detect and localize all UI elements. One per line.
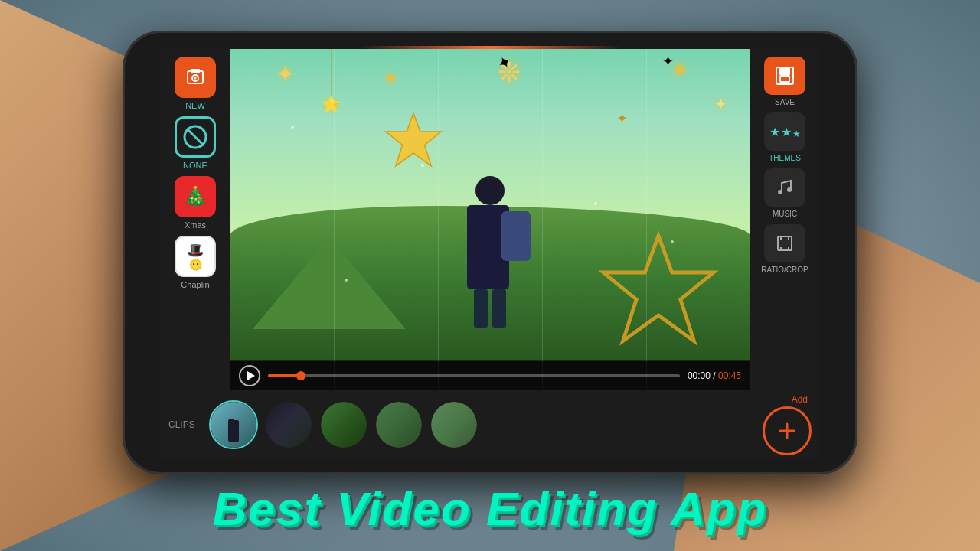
xmas-button[interactable]: 🎄 Xmas bbox=[175, 176, 216, 230]
ratio-crop-button[interactable]: RATIO/CROP bbox=[761, 224, 808, 274]
progress-bar[interactable] bbox=[268, 374, 680, 377]
ratio-icon bbox=[764, 224, 805, 262]
sparkle bbox=[345, 279, 348, 282]
chaplin-icon: 🎩 😶 bbox=[175, 236, 216, 277]
left-sidebar: NEW NONE 🎄 bbox=[161, 49, 230, 390]
phone-screen: NEW NONE 🎄 bbox=[161, 46, 819, 459]
svg-point-11 bbox=[778, 190, 782, 194]
playback-bar: 00:00 / 00:45 bbox=[230, 361, 750, 390]
clip-thumb-2[interactable] bbox=[264, 400, 313, 449]
sparkle bbox=[594, 202, 597, 205]
video-area[interactable]: ✦ ✦ ❊ ✦ ✦ ✦ ✦ 🌟 bbox=[230, 49, 750, 390]
play-icon bbox=[247, 371, 255, 380]
themes-star-3: ★ bbox=[792, 129, 801, 139]
music-icon bbox=[764, 168, 805, 207]
new-label: NEW bbox=[185, 101, 205, 110]
svg-rect-10 bbox=[780, 76, 789, 82]
save-button[interactable]: SAVE bbox=[764, 57, 805, 106]
xmas-label: Xmas bbox=[185, 220, 206, 230]
person-figure bbox=[444, 176, 536, 344]
time-separator: / bbox=[713, 370, 718, 381]
none-button[interactable]: NONE bbox=[175, 116, 216, 170]
none-label: NONE bbox=[183, 161, 207, 170]
chaplin-label: Chaplin bbox=[181, 280, 209, 289]
new-button[interactable]: NEW bbox=[175, 57, 216, 110]
ornament-2: ✦ bbox=[616, 49, 628, 127]
svg-rect-1 bbox=[191, 69, 200, 73]
sparkle bbox=[291, 126, 294, 129]
progress-handle[interactable] bbox=[296, 371, 305, 380]
clip-thumb-3[interactable] bbox=[319, 400, 368, 449]
bottom-tagline: Best Video Editing App bbox=[0, 481, 980, 536]
play-button[interactable] bbox=[239, 365, 260, 386]
none-icon bbox=[175, 116, 216, 158]
svg-marker-6 bbox=[603, 236, 714, 341]
time-display: 00:00 / 00:45 bbox=[688, 370, 741, 381]
phone: NEW NONE 🎄 bbox=[122, 31, 858, 474]
svg-rect-9 bbox=[779, 67, 790, 75]
save-icon bbox=[764, 57, 805, 95]
clips-area: CLIPS Add bbox=[161, 390, 819, 459]
themes-label: THEMES bbox=[769, 154, 801, 162]
clip-thumb-5[interactable] bbox=[430, 400, 479, 449]
new-icon bbox=[175, 57, 216, 98]
save-label: SAVE bbox=[775, 98, 795, 106]
svg-rect-13 bbox=[778, 236, 792, 250]
phone-power-button bbox=[856, 138, 858, 199]
themes-star-1: ★ bbox=[769, 125, 780, 139]
music-label: MUSIC bbox=[773, 210, 797, 218]
svg-line-5 bbox=[187, 129, 204, 145]
clip-thumb-1[interactable] bbox=[209, 400, 258, 449]
svg-point-3 bbox=[194, 77, 197, 80]
right-sidebar: SAVE ★ ★ ★ THEMES bbox=[750, 49, 819, 390]
add-clip-button[interactable] bbox=[763, 406, 812, 455]
ratio-label: RATIO/CROP bbox=[761, 266, 808, 274]
kite-decoration-2: ✦ bbox=[662, 53, 674, 70]
phone-volume-button bbox=[122, 138, 124, 184]
themes-star-2: ★ bbox=[781, 125, 792, 139]
current-time: 00:00 bbox=[688, 370, 710, 381]
main-content: NEW NONE 🎄 bbox=[161, 49, 819, 390]
clip-thumb-4[interactable] bbox=[374, 400, 423, 449]
themes-button[interactable]: ★ ★ ★ THEMES bbox=[764, 112, 805, 162]
total-time: 00:45 bbox=[718, 370, 741, 381]
svg-point-12 bbox=[787, 187, 792, 192]
xmas-icon: 🎄 bbox=[175, 176, 216, 217]
chaplin-button[interactable]: 🎩 😶 Chaplin bbox=[175, 236, 216, 289]
sparkle bbox=[671, 240, 674, 243]
add-area: Add bbox=[763, 394, 812, 455]
clips-label: CLIPS bbox=[168, 419, 199, 430]
music-button[interactable]: MUSIC bbox=[764, 168, 805, 218]
star-decoration-2 bbox=[383, 110, 444, 171]
ornament-1: 🌟 bbox=[322, 49, 341, 113]
star-decoration bbox=[597, 230, 720, 352]
svg-marker-7 bbox=[386, 113, 441, 166]
themes-icon: ★ ★ ★ bbox=[764, 112, 805, 151]
sparkle bbox=[421, 164, 424, 167]
add-label: Add bbox=[792, 394, 808, 405]
